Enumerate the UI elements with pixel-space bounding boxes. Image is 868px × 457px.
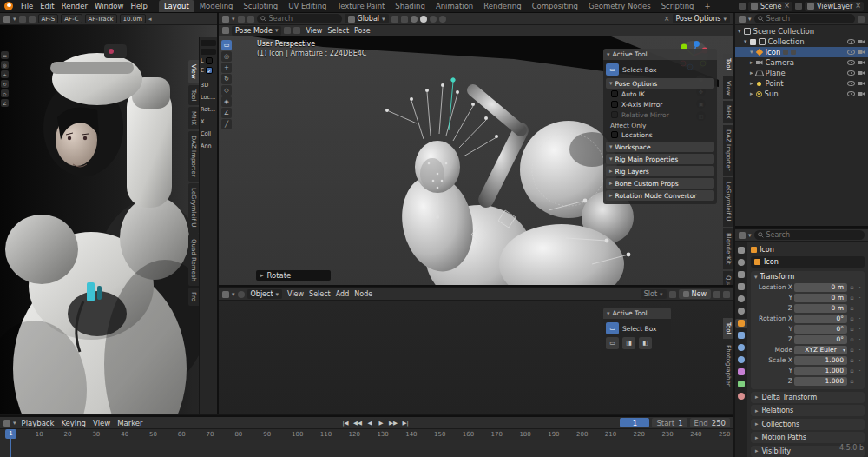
shading-rendered-icon[interactable] xyxy=(439,16,446,23)
pause-icon[interactable] xyxy=(29,16,36,23)
sidebar-tab[interactable]: MHX xyxy=(188,107,199,129)
animate-icon[interactable]: · xyxy=(857,305,863,312)
shader-mode-dropdown[interactable]: Object ▾ xyxy=(247,289,283,299)
lock-icon[interactable]: ▫ xyxy=(849,315,855,322)
outliner-row-plane[interactable]: ▸ Plane xyxy=(735,68,868,78)
viewport-menu[interactable]: Select xyxy=(325,27,352,35)
end-frame-field[interactable]: End 250 xyxy=(690,418,730,427)
property-value-field[interactable]: 0° ▾ xyxy=(794,325,847,334)
collapsed-panel-header[interactable]: ▸ Relations xyxy=(751,405,865,416)
scene-selector[interactable]: Scene × xyxy=(748,2,792,11)
modifiers-tab[interactable] xyxy=(735,331,747,340)
animate-icon[interactable]: · xyxy=(857,315,863,322)
chevron-right-icon[interactable]: ▸ xyxy=(750,59,753,66)
workspace-tab[interactable]: Texture Paint xyxy=(332,0,391,12)
sidebar-tab[interactable]: Pro xyxy=(188,288,199,306)
value-field[interactable] xyxy=(201,40,216,46)
browse-scene-icon[interactable] xyxy=(739,3,746,10)
collapsed-panel-header[interactable]: ▸ Collections xyxy=(751,419,865,430)
edit-toggle-row[interactable]: E✓ xyxy=(201,67,216,74)
property-value-field[interactable]: 1.000 ▾ xyxy=(794,367,847,376)
snap-magnet-icon[interactable] xyxy=(391,16,398,23)
node-editor-menu[interactable]: View xyxy=(285,290,306,298)
sidebar-tab[interactable]: Tool xyxy=(723,54,733,75)
render-camera-icon[interactable] xyxy=(858,50,865,55)
viewport-search[interactable] xyxy=(257,14,342,23)
animate-icon[interactable]: · xyxy=(857,357,863,364)
play-reverse-button[interactable]: ◀ xyxy=(365,419,375,428)
lock-icon[interactable]: ▫ xyxy=(849,295,855,301)
shading-material-icon[interactable] xyxy=(430,16,437,23)
sidebar-tab[interactable]: Tool xyxy=(723,318,733,339)
editor-type-icon[interactable] xyxy=(222,16,229,23)
node-editor-menu[interactable]: Add xyxy=(333,290,352,298)
render-camera-icon[interactable] xyxy=(858,91,865,96)
animate-icon[interactable]: · xyxy=(857,368,863,374)
rotate-tool-icon[interactable]: ↻ xyxy=(221,74,232,84)
chevron-right-icon[interactable]: ▸ xyxy=(750,90,753,97)
sidebar-tab[interactable]: MHX xyxy=(723,101,733,123)
lock-icon[interactable]: ▫ xyxy=(849,368,855,374)
annotate-tool-icon[interactable]: ∠ xyxy=(1,99,9,107)
sidebar-tab[interactable]: DAZ Importer xyxy=(723,125,733,176)
workspace-tab[interactable]: Scripting xyxy=(656,0,700,12)
browse-viewlayer-icon[interactable] xyxy=(795,3,802,10)
tool-tab[interactable] xyxy=(735,246,747,255)
lock-icon[interactable]: ▫ xyxy=(849,326,855,333)
output-tab[interactable] xyxy=(735,270,747,279)
start-frame-field[interactable]: Start 1 xyxy=(652,418,687,427)
current-frame-field[interactable]: 1 xyxy=(620,418,649,427)
rig-main-section-header[interactable]: ▾ Rig Main Properties xyxy=(606,154,714,164)
pivot-point-icon[interactable] xyxy=(284,27,291,34)
property-value-field[interactable]: 1.000 ▾ xyxy=(794,356,847,366)
checkbox-row[interactable]: X-Axis Mirror xyxy=(606,99,714,109)
menubar-menu[interactable]: Help xyxy=(127,0,150,12)
pin-icon[interactable] xyxy=(713,291,720,298)
lock-icon[interactable]: ▫ xyxy=(849,336,855,343)
left-viewport-canvas[interactable]: ▭ ◎ + ↻ ◇ ∠ ViewToolMHXDAZ ImporterLeGry… xyxy=(0,25,217,414)
workspace-tab[interactable]: Compositing xyxy=(527,0,583,12)
workspace-tab[interactable]: UV Editing xyxy=(283,0,332,12)
property-value-field[interactable]: 0 m ▾ xyxy=(794,283,847,293)
operator-panel[interactable]: ▸ Rotate xyxy=(256,270,331,281)
chevron-down-icon[interactable]: ▾ xyxy=(738,28,741,35)
select-box-icon[interactable]: ▭ xyxy=(606,322,619,334)
browse-material-icon[interactable] xyxy=(669,291,676,298)
sidebar-section-label[interactable]: 3D xyxy=(201,82,216,89)
outliner-row-point[interactable]: ▸ Point xyxy=(735,78,868,89)
transform-panel-header[interactable]: ▾ Transform xyxy=(751,271,865,282)
sidebar-tab[interactable]: BlenderKit xyxy=(723,228,733,268)
slot-dropdown[interactable]: Slot ▾ xyxy=(641,289,667,299)
timeline-tracks[interactable]: 1 xyxy=(0,440,733,457)
property-value-field[interactable]: 0° ▾ xyxy=(794,315,847,324)
cursor-tool-icon[interactable]: ◎ xyxy=(1,61,9,69)
measure-tool-icon[interactable]: ╱ xyxy=(221,119,232,129)
sidebar-tab[interactable]: Quad Remesh xyxy=(188,235,199,286)
animate-icon[interactable]: · xyxy=(857,336,863,343)
render-tab[interactable] xyxy=(735,258,747,267)
checkbox[interactable] xyxy=(611,101,618,108)
checkbox[interactable] xyxy=(611,90,618,97)
scale-tool-icon[interactable]: ◇ xyxy=(221,85,232,96)
new-material-button[interactable]: New xyxy=(679,289,711,299)
timeline-ruler[interactable]: 0102030405060708090100110120130140150160… xyxy=(0,429,733,440)
property-value-field[interactable]: 0 m ▾ xyxy=(794,304,847,314)
sidebar-section-label[interactable]: Loc... xyxy=(201,94,216,101)
property-value-field[interactable]: 0° ▾ xyxy=(794,335,847,345)
viewport-menu[interactable]: View xyxy=(303,27,325,35)
lock-icon[interactable]: ▫ xyxy=(849,284,855,291)
eye-icon[interactable] xyxy=(847,39,855,44)
jump-to-start-button[interactable]: |◀ xyxy=(340,419,351,428)
transform-orientation-dropdown[interactable]: Global ▾ xyxy=(345,14,389,23)
eye-icon[interactable] xyxy=(847,50,855,55)
value-field[interactable] xyxy=(201,49,216,55)
property-value-field[interactable]: 0 m ▾ xyxy=(794,294,847,303)
workspace-tab[interactable]: Geometry Nodes xyxy=(583,0,656,12)
sidebar-section-label[interactable]: Rot... xyxy=(201,106,216,113)
menubar-menu[interactable]: Window xyxy=(91,0,128,12)
render-camera-icon[interactable] xyxy=(858,81,865,86)
transform-tool-icon[interactable]: ◈ xyxy=(221,96,232,107)
collection-checkbox[interactable] xyxy=(750,39,756,45)
animate-icon[interactable]: · xyxy=(857,378,863,385)
remove-viewlayer-icon[interactable]: × xyxy=(855,3,861,10)
